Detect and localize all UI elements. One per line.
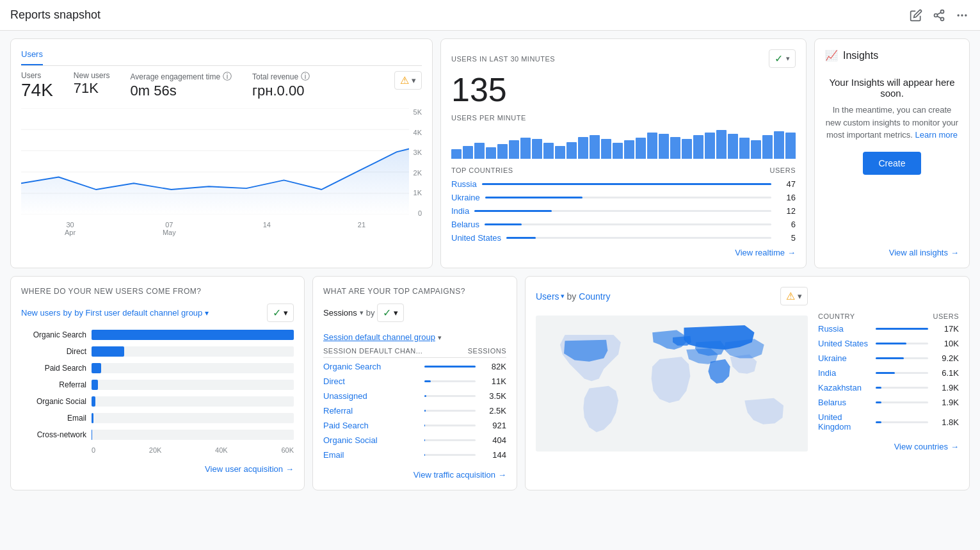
share-icon[interactable] bbox=[931, 8, 947, 23]
more-icon[interactable] bbox=[954, 8, 970, 23]
ct-bar-wrap bbox=[876, 401, 928, 403]
realtime-country-row: Belarus 6 bbox=[451, 220, 796, 229]
ct-bar-wrap bbox=[876, 328, 928, 330]
campaign-name[interactable]: Direct bbox=[323, 376, 419, 386]
bar-label: Paid Search bbox=[21, 364, 92, 373]
warning-dropdown-arrow: ▾ bbox=[412, 76, 416, 85]
campaign-name[interactable]: Referral bbox=[323, 406, 419, 416]
campaign-bar bbox=[424, 395, 426, 397]
acquisition-bar-row: Cross-network bbox=[21, 430, 294, 440]
chart-x-labels: 30Apr 07May 14 21 bbox=[21, 221, 409, 236]
svg-point-6 bbox=[961, 14, 963, 16]
bar-label: Organic Search bbox=[21, 330, 92, 339]
ct-bar-wrap bbox=[876, 421, 928, 423]
mini-bar bbox=[693, 135, 703, 159]
mini-bar bbox=[601, 139, 611, 159]
metric-engagement: Average engagement time ⓘ 0m 56s bbox=[131, 71, 232, 99]
svg-point-0 bbox=[941, 10, 944, 13]
ct-count: 6.1K bbox=[933, 368, 959, 378]
acquisition-bar-row: Organic Search bbox=[21, 330, 294, 340]
view-realtime-link[interactable]: View realtime → bbox=[451, 248, 796, 257]
info-icon-revenue: ⓘ bbox=[301, 71, 310, 83]
dropdown-arrow: ▾ bbox=[798, 291, 802, 301]
edit-icon[interactable] bbox=[908, 8, 924, 23]
ct-bar bbox=[876, 328, 928, 330]
campaign-count: 404 bbox=[481, 435, 506, 445]
campaign-count: 2.5K bbox=[481, 406, 506, 416]
view-countries-link[interactable]: View countries → bbox=[818, 442, 959, 451]
insights-create-button[interactable]: Create bbox=[863, 152, 920, 175]
map-country-row: Russia 17K bbox=[818, 324, 959, 334]
map-left-section: Users ▾ by Country ⚠ ▾ bbox=[536, 287, 808, 480]
realtime-country-row: Russia 47 bbox=[451, 179, 796, 189]
ct-name[interactable]: Ukraine bbox=[818, 353, 871, 363]
view-user-acquisition-link[interactable]: View user acquisition → bbox=[21, 464, 294, 474]
world-map bbox=[536, 313, 808, 454]
acquisition-bar-row: Direct bbox=[21, 346, 294, 357]
realtime-country-row: United States 5 bbox=[451, 233, 796, 243]
country-name[interactable]: United States bbox=[451, 233, 501, 243]
page-title: Reports snapshot bbox=[10, 8, 100, 22]
campaign-name[interactable]: Organic Social bbox=[323, 435, 419, 445]
country-name[interactable]: Russia bbox=[451, 179, 477, 189]
view-all-insights-link[interactable]: View all insights → bbox=[825, 248, 959, 257]
map-country-row: India 6.1K bbox=[818, 368, 959, 378]
insights-learn-more[interactable]: Learn more bbox=[915, 130, 958, 140]
insights-desc: In the meantime, you can create new cust… bbox=[825, 104, 959, 142]
mini-bar bbox=[647, 133, 657, 159]
ct-name[interactable]: Kazakhstan bbox=[818, 383, 871, 392]
users-dropdown[interactable]: Users ▾ bbox=[536, 291, 565, 302]
campaign-name[interactable]: Email bbox=[323, 450, 419, 460]
mini-bar bbox=[590, 135, 600, 159]
ct-name[interactable]: United States bbox=[818, 339, 871, 348]
bar-label: Direct bbox=[21, 347, 92, 356]
country-bar bbox=[485, 223, 522, 225]
realtime-countries-list: Russia 47 Ukraine 16 India 12 Belarus 6 … bbox=[451, 179, 796, 243]
campaign-name[interactable]: Paid Search bbox=[323, 421, 419, 430]
mini-bar bbox=[463, 146, 473, 159]
country-count: 5 bbox=[776, 233, 796, 243]
bar-wrap bbox=[92, 346, 294, 357]
map-country-row: Belarus 1.9K bbox=[818, 398, 959, 407]
ct-name[interactable]: Belarus bbox=[818, 398, 871, 407]
ct-name[interactable]: United Kingdom bbox=[818, 412, 871, 432]
channel-group-filter[interactable]: Session default channel group bbox=[323, 332, 435, 342]
campaigns-check-dropdown[interactable]: ✓ ▾ bbox=[377, 303, 404, 322]
acquisition-filter-btn[interactable]: New users by by First user default chann… bbox=[21, 308, 209, 318]
acquisition-card: WHERE DO YOUR NEW USERS COME FROM? New u… bbox=[10, 276, 305, 490]
bar-wrap bbox=[92, 363, 294, 373]
tab-users[interactable]: Users bbox=[21, 49, 43, 65]
metric-new-users-value: 71K bbox=[74, 80, 110, 97]
metric-users: Users 74K bbox=[21, 71, 53, 101]
ct-name[interactable]: India bbox=[818, 368, 871, 378]
map-warning-badge[interactable]: ⚠ ▾ bbox=[780, 287, 808, 305]
country-count: 47 bbox=[776, 179, 796, 189]
country-filter-link[interactable]: Country bbox=[579, 291, 610, 302]
country-name[interactable]: Belarus bbox=[451, 220, 479, 229]
sessions-header: Sessions ▾ by ✓ ▾ bbox=[323, 303, 404, 322]
mini-bar bbox=[705, 133, 715, 159]
mini-bar bbox=[682, 139, 692, 159]
country-bar-wrap bbox=[474, 210, 771, 212]
ct-name[interactable]: Russia bbox=[818, 324, 871, 334]
campaign-name[interactable]: Organic Search bbox=[323, 362, 419, 371]
warning-badge[interactable]: ⚠ ▾ bbox=[394, 71, 422, 90]
map-filter-label: Users ▾ by Country bbox=[536, 291, 610, 302]
bar-label: Referral bbox=[21, 380, 92, 389]
mini-bar bbox=[751, 140, 761, 159]
view-traffic-acquisition-link[interactable]: View traffic acquisition → bbox=[323, 470, 506, 480]
mini-bar bbox=[774, 131, 784, 159]
countries-header: TOP COUNTRIES USERS bbox=[451, 166, 796, 174]
bar-fill bbox=[92, 380, 98, 390]
realtime-check-dropdown[interactable]: ✓ ▾ bbox=[769, 49, 796, 68]
mini-bar bbox=[739, 138, 750, 159]
country-name[interactable]: India bbox=[451, 206, 469, 216]
map-country-row: Kazakhstan 1.9K bbox=[818, 383, 959, 392]
ct-bar-wrap bbox=[876, 357, 928, 359]
campaign-row: Paid Search 921 bbox=[323, 421, 506, 430]
campaign-name[interactable]: Unassigned bbox=[323, 391, 419, 401]
country-name[interactable]: Ukraine bbox=[451, 193, 480, 202]
campaign-bar-wrap bbox=[424, 454, 476, 456]
metric-new-users-label: New users bbox=[74, 71, 110, 80]
acquisition-check-dropdown[interactable]: ✓ ▾ bbox=[267, 303, 294, 322]
